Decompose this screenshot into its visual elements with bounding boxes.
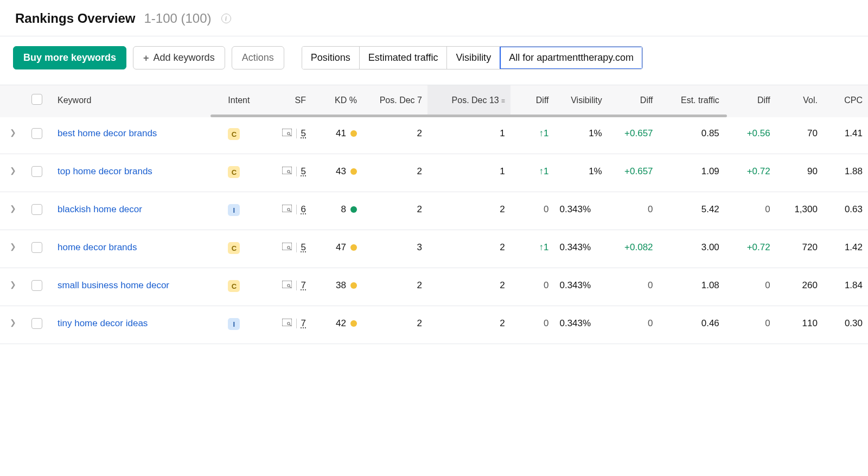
pos7-cell: 2: [362, 154, 427, 192]
row-checkbox-cell[interactable]: [26, 116, 52, 154]
row-checkbox[interactable]: [31, 204, 42, 215]
serp-features-icon[interactable]: [282, 280, 292, 291]
table-row: ❯ tiny home decor ideas I 7 42 2 2 0 0.3…: [0, 306, 868, 344]
intent-cell: C: [222, 268, 265, 306]
serp-features-icon[interactable]: [282, 318, 292, 329]
add-keywords-button[interactable]: + Add keywords: [133, 46, 225, 69]
horizontal-scroll-indicator[interactable]: [0, 115, 868, 117]
cpc-cell: 0.63: [823, 192, 868, 230]
pos13-cell: 2: [427, 230, 510, 268]
pos-diff-cell: ↑1: [510, 230, 554, 268]
tab-estimated-traffic[interactable]: Estimated traffic: [360, 47, 448, 69]
serp-features-icon[interactable]: [282, 242, 292, 253]
col-checkbox[interactable]: [26, 85, 52, 116]
col-pos7[interactable]: Pos. Dec 7: [362, 85, 427, 116]
svg-point-10: [287, 246, 289, 249]
chevron-right-icon: ❯: [10, 280, 16, 289]
row-checkbox[interactable]: [31, 280, 42, 291]
cpc-cell: 1.84: [823, 268, 868, 306]
volume-cell: 110: [776, 306, 823, 344]
row-checkbox[interactable]: [31, 242, 42, 253]
intent-badge[interactable]: C: [228, 242, 240, 254]
row-checkbox-cell[interactable]: [26, 154, 52, 192]
serp-features-icon[interactable]: [282, 166, 292, 177]
keyword-link[interactable]: top home decor brands: [58, 166, 152, 176]
actions-button[interactable]: Actions: [232, 46, 284, 69]
col-visibility[interactable]: Visibility: [554, 85, 607, 116]
intent-badge[interactable]: I: [228, 204, 240, 216]
col-cpc[interactable]: CPC: [823, 85, 868, 116]
intent-badge[interactable]: C: [228, 280, 240, 292]
svg-line-14: [290, 287, 291, 288]
intent-cell: I: [222, 192, 265, 230]
col-est-traffic[interactable]: Est. traffic: [659, 85, 725, 116]
row-checkbox[interactable]: [31, 166, 42, 177]
intent-badge[interactable]: C: [228, 166, 240, 178]
row-checkbox-cell[interactable]: [26, 268, 52, 306]
tab-positions[interactable]: Positions: [302, 47, 360, 69]
col-vol[interactable]: Vol.: [776, 85, 823, 116]
svg-point-13: [287, 284, 289, 287]
chevron-right-icon: ❯: [10, 166, 16, 175]
row-checkbox-cell[interactable]: [26, 306, 52, 344]
expand-toggle[interactable]: ❯: [0, 306, 26, 344]
visibility-cell: 1%: [554, 116, 607, 154]
table-row: ❯ top home decor brands C 5 43 2 1 ↑1 1%…: [0, 154, 868, 192]
serp-features-icon[interactable]: [282, 128, 292, 139]
tab-visibility[interactable]: Visibility: [447, 47, 500, 69]
sf-count[interactable]: 6: [301, 204, 306, 215]
row-checkbox-cell[interactable]: [26, 192, 52, 230]
keyword-link[interactable]: tiny home decor ideas: [58, 318, 148, 328]
visibility-cell: 0.343%: [554, 192, 607, 230]
keyword-link[interactable]: best home decor brands: [58, 128, 157, 138]
col-kd[interactable]: KD %: [311, 85, 362, 116]
row-checkbox-cell[interactable]: [26, 230, 52, 268]
expand-toggle[interactable]: ❯: [0, 268, 26, 306]
expand-toggle[interactable]: ❯: [0, 230, 26, 268]
intent-badge[interactable]: I: [228, 318, 240, 330]
select-all-checkbox[interactable]: [31, 94, 42, 105]
visibility-cell: 0.343%: [554, 306, 607, 344]
row-checkbox[interactable]: [31, 128, 42, 139]
keyword-link[interactable]: blackish home decor: [58, 204, 142, 214]
est-traffic-diff-cell: +0.56: [725, 116, 776, 154]
serp-features-icon[interactable]: [282, 204, 292, 215]
svg-line-17: [290, 325, 291, 326]
col-intent[interactable]: Intent: [222, 85, 265, 116]
volume-cell: 70: [776, 116, 823, 154]
sf-count[interactable]: 5: [301, 166, 306, 177]
col-diff3[interactable]: Diff: [725, 85, 776, 116]
est-traffic-diff-cell: +0.72: [725, 154, 776, 192]
chevron-right-icon: ❯: [10, 204, 16, 213]
col-sf[interactable]: SF: [265, 85, 311, 116]
sf-count[interactable]: 7: [301, 280, 306, 291]
divider: [296, 243, 297, 252]
keyword-link[interactable]: small business home decor: [58, 280, 169, 290]
est-traffic-diff-cell: 0: [725, 306, 776, 344]
divider: [296, 129, 297, 138]
sf-count[interactable]: 5: [301, 242, 306, 253]
visibility-diff-cell: 0: [608, 268, 659, 306]
sf-count[interactable]: 7: [301, 318, 306, 329]
chevron-right-icon: ❯: [10, 318, 16, 327]
expand-toggle[interactable]: ❯: [0, 192, 26, 230]
expand-toggle[interactable]: ❯: [0, 154, 26, 192]
intent-badge[interactable]: C: [228, 128, 240, 140]
buy-more-keywords-button[interactable]: Buy more keywords: [13, 46, 126, 69]
info-icon[interactable]: i: [221, 14, 231, 23]
keyword-link[interactable]: home decor brands: [58, 242, 137, 252]
pos13-cell: 1: [427, 154, 510, 192]
expand-toggle[interactable]: ❯: [0, 116, 26, 154]
tab-all-for-domain[interactable]: All for apartmenttherapy.com: [500, 47, 642, 69]
sf-count[interactable]: 5: [301, 128, 306, 139]
keyword-cell: top home decor brands: [52, 154, 222, 192]
row-checkbox[interactable]: [31, 318, 42, 329]
svg-point-1: [287, 132, 289, 135]
col-diff2[interactable]: Diff: [608, 85, 659, 116]
col-diff1[interactable]: Diff: [510, 85, 554, 116]
col-pos13[interactable]: Pos. Dec 13≡: [427, 85, 510, 116]
table-row: ❯ home decor brands C 5 47 3 2 ↑1 0.343%…: [0, 230, 868, 268]
visibility-diff-cell: 0: [608, 306, 659, 344]
col-keyword[interactable]: Keyword: [52, 85, 222, 116]
volume-cell: 720: [776, 230, 823, 268]
